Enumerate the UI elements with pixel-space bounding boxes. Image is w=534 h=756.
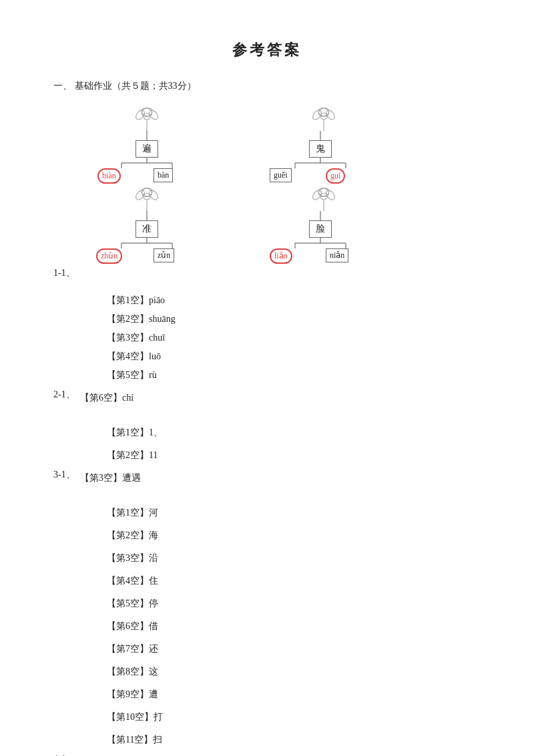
answer-2-2: 【第2空】shuāng xyxy=(107,310,481,329)
flower-icon-4 xyxy=(304,186,344,214)
section2-group: 【第1空】piāo 【第2空】shuāng 【第3空】chuī 【第4空】luō… xyxy=(53,291,481,411)
flower-icon-1 xyxy=(127,106,167,134)
pinyin-bian-left: biàn xyxy=(97,168,121,184)
section3-answer-2: 【第2空】11 xyxy=(107,446,481,465)
section3-answer-3: 【第3空】遭遇 xyxy=(80,469,141,488)
answer-4-10: 【第10空】打 xyxy=(107,708,481,727)
pinyin-zhun-right: zǔn xyxy=(154,248,174,262)
svg-point-7 xyxy=(134,109,146,122)
answer-4-8: 【第8空】这 xyxy=(107,663,481,681)
section3-answer-1: 【第1空】1、 xyxy=(107,423,481,442)
char-gui: 鬼 xyxy=(309,140,332,158)
svg-point-8 xyxy=(148,109,160,122)
answer-2-4: 【第4空】luō xyxy=(107,347,481,366)
answer-4-4: 【第4空】住 xyxy=(107,572,481,590)
answer-4-12: 【第12空】抬 xyxy=(80,753,136,756)
svg-point-18 xyxy=(311,109,323,122)
svg-point-28 xyxy=(140,187,153,198)
section3-label: 3-1、 xyxy=(53,469,80,481)
pinyin-gui-right: guī xyxy=(326,168,345,184)
section4-label: 4-1、 xyxy=(53,753,80,756)
diagram-gui: 鬼 guěi guī xyxy=(267,106,380,179)
char-zhun: 准 xyxy=(136,220,158,238)
section4-group: 【第1空】河 【第2空】海 【第3空】沿 【第4空】住 【第5空】停 【第6空】… xyxy=(53,504,481,756)
diagram-row-2: 准 zhǔn zǔn xyxy=(93,186,481,259)
svg-point-30 xyxy=(148,189,160,202)
pinyin-zhun-left: zhǔn xyxy=(96,248,122,264)
answer-2-6: 【第6空】chí xyxy=(80,389,134,407)
svg-point-39 xyxy=(317,187,330,198)
page: 参考答案 一、 基础作业（共５题；共33分） xyxy=(0,0,534,756)
svg-point-17 xyxy=(317,107,330,118)
answer-4-9: 【第9空】遭 xyxy=(107,685,481,704)
svg-point-40 xyxy=(311,189,323,202)
diagram-lian: 脸 liǎn niǎn xyxy=(267,186,380,259)
section2-answers: 【第1空】piāo 【第2空】shuāng 【第3空】chuī 【第4空】luō… xyxy=(107,291,481,385)
flower-icon-3 xyxy=(127,186,167,214)
answer-4-2: 【第2空】海 xyxy=(107,526,481,545)
answer-2-1: 【第1空】piāo xyxy=(107,291,481,310)
answer-2-5: 【第5空】rù xyxy=(107,366,481,385)
answer-4-5: 【第5空】停 xyxy=(107,594,481,613)
section3-group: 【第1空】1、 【第2空】11 3-1、 【第3空】遭遇 xyxy=(53,423,481,492)
pinyin-lian-left: liǎn xyxy=(270,248,292,264)
answer-4-7: 【第7空】还 xyxy=(107,640,481,658)
char-lian: 脸 xyxy=(309,220,332,238)
answer-2-3: 【第3空】chuī xyxy=(107,329,481,347)
diagram-bian: 遍 biàn bàn xyxy=(93,106,200,179)
answer-4-3: 【第3空】沿 xyxy=(107,549,481,568)
diagram-row-1: 遍 biàn bàn xyxy=(93,106,481,179)
answer-4-11: 【第11空】扫 xyxy=(107,731,481,749)
svg-point-19 xyxy=(324,109,336,122)
pinyin-gui-left: guěi xyxy=(270,168,292,182)
svg-point-29 xyxy=(134,189,146,202)
answer-4-6: 【第6空】借 xyxy=(107,617,481,636)
pinyin-bian-right: bàn xyxy=(154,168,173,182)
diagram-zhun: 准 zhǔn zǔn xyxy=(93,186,200,259)
svg-point-41 xyxy=(324,189,336,202)
page-title: 参考答案 xyxy=(53,40,481,60)
section1-header: 一、 基础作业（共５题；共33分） xyxy=(53,80,481,92)
svg-point-6 xyxy=(140,107,153,118)
pinyin-lian-right: niǎn xyxy=(326,248,348,262)
answer-4-1: 【第1空】河 xyxy=(107,504,481,522)
section2-label: 2-1、 xyxy=(53,389,80,401)
label-1-1: 1-1、 xyxy=(53,267,481,279)
char-bian: 遍 xyxy=(136,140,158,158)
flower-icon-2 xyxy=(304,106,344,134)
